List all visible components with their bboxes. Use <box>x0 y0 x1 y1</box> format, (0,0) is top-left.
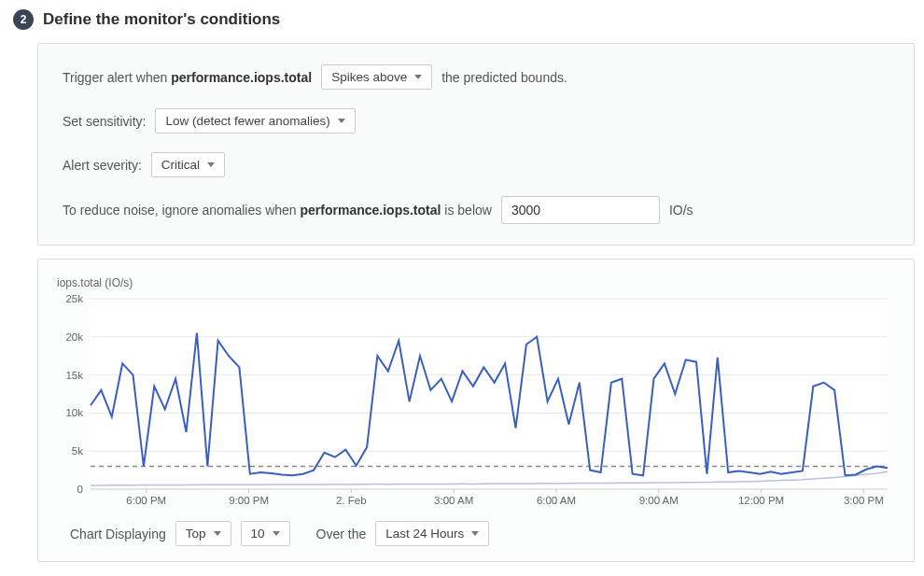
svg-text:6:00 AM: 6:00 AM <box>537 495 576 506</box>
svg-text:25k: 25k <box>65 295 83 304</box>
trigger-suffix: the predicted bounds. <box>441 70 567 85</box>
metric-name: performance.iops.total <box>171 70 312 85</box>
svg-text:6:00 PM: 6:00 PM <box>126 495 166 506</box>
chart-range-dropdown[interactable]: Last 24 Hours <box>375 521 489 546</box>
svg-text:2. Feb: 2. Feb <box>336 495 367 506</box>
svg-text:9:00 PM: 9:00 PM <box>229 495 269 506</box>
svg-text:0: 0 <box>77 484 83 495</box>
svg-text:15k: 15k <box>65 370 83 381</box>
chart-displaying-label: Chart Displaying <box>70 527 166 541</box>
threshold-unit: IO/s <box>669 203 693 218</box>
svg-text:12:00 PM: 12:00 PM <box>738 495 784 506</box>
threshold-input[interactable] <box>501 196 660 224</box>
noise-text: To reduce noise, ignore anomalies when p… <box>63 203 492 218</box>
section-title: Define the monitor's conditions <box>43 10 280 29</box>
direction-dropdown[interactable]: Spikes above <box>321 64 432 90</box>
chart-axis-label: iops.total (IO/s) <box>57 276 895 289</box>
svg-text:10k: 10k <box>65 407 83 418</box>
chevron-down-icon <box>414 75 422 79</box>
svg-text:20k: 20k <box>65 331 83 343</box>
noise-metric: performance.iops.total <box>301 203 441 218</box>
iops-chart: 05k10k15k20k25k6:00 PM9:00 PM2. Feb3:00 … <box>57 295 897 510</box>
step-badge: 2 <box>13 9 34 30</box>
chevron-down-icon <box>207 162 215 167</box>
sensitivity-dropdown[interactable]: Low (detect fewer anomalies) <box>155 108 355 133</box>
chevron-down-icon <box>471 531 479 536</box>
chevron-down-icon <box>273 531 280 536</box>
chart-count-dropdown[interactable]: 10 <box>241 521 290 546</box>
svg-text:3:00 AM: 3:00 AM <box>434 495 473 506</box>
svg-rect-0 <box>91 299 888 489</box>
chart-mode-dropdown[interactable]: Top <box>175 521 231 546</box>
severity-label: Alert severity: <box>63 158 142 173</box>
svg-text:5k: 5k <box>72 445 83 457</box>
chevron-down-icon <box>214 531 221 536</box>
sensitivity-label: Set sensitivity: <box>63 114 146 129</box>
svg-text:3:00 PM: 3:00 PM <box>844 495 884 506</box>
trigger-text: Trigger alert when performance.iops.tota… <box>63 70 312 85</box>
svg-text:9:00 AM: 9:00 AM <box>639 495 679 506</box>
chart-over-label: Over the <box>316 527 367 541</box>
severity-dropdown[interactable]: Critical <box>151 152 225 177</box>
chevron-down-icon <box>338 119 345 123</box>
conditions-panel: Trigger alert when performance.iops.tota… <box>37 43 915 246</box>
chart-panel: iops.total (IO/s) 05k10k15k20k25k6:00 PM… <box>37 259 915 562</box>
